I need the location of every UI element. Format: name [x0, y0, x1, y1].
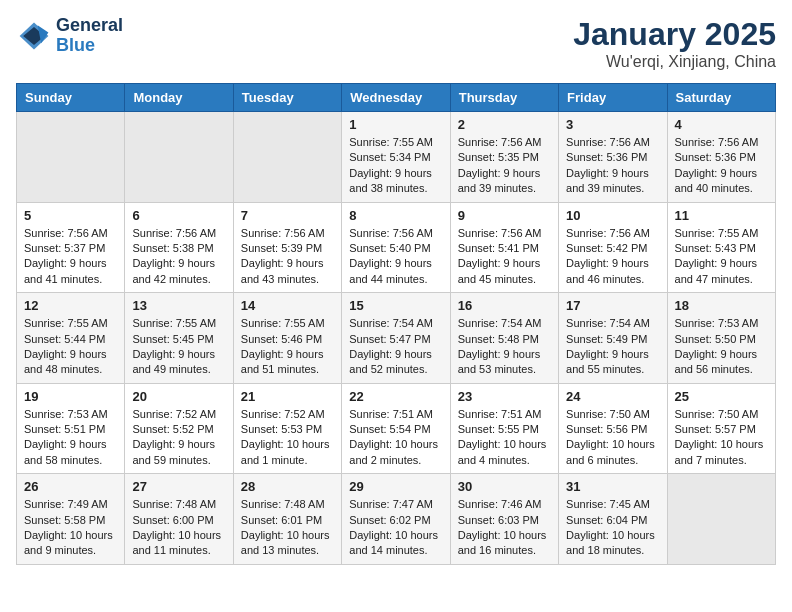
day-number: 11 [675, 208, 768, 223]
logo-line2: Blue [56, 36, 123, 56]
calendar-cell: 1Sunrise: 7:55 AM Sunset: 5:34 PM Daylig… [342, 112, 450, 203]
calendar-cell: 12Sunrise: 7:55 AM Sunset: 5:44 PM Dayli… [17, 293, 125, 384]
day-info: Sunrise: 7:56 AM Sunset: 5:36 PM Dayligh… [675, 135, 768, 197]
logo-line1: General [56, 16, 123, 36]
title-block: January 2025 Wu'erqi, Xinjiang, China [573, 16, 776, 71]
day-info: Sunrise: 7:48 AM Sunset: 6:00 PM Dayligh… [132, 497, 225, 559]
calendar-cell: 28Sunrise: 7:48 AM Sunset: 6:01 PM Dayli… [233, 474, 341, 565]
day-number: 17 [566, 298, 659, 313]
weekday-header: Monday [125, 84, 233, 112]
day-info: Sunrise: 7:56 AM Sunset: 5:40 PM Dayligh… [349, 226, 442, 288]
calendar-header: SundayMondayTuesdayWednesdayThursdayFrid… [17, 84, 776, 112]
calendar-cell: 14Sunrise: 7:55 AM Sunset: 5:46 PM Dayli… [233, 293, 341, 384]
calendar-cell: 23Sunrise: 7:51 AM Sunset: 5:55 PM Dayli… [450, 383, 558, 474]
day-number: 8 [349, 208, 442, 223]
day-info: Sunrise: 7:46 AM Sunset: 6:03 PM Dayligh… [458, 497, 551, 559]
calendar-cell: 16Sunrise: 7:54 AM Sunset: 5:48 PM Dayli… [450, 293, 558, 384]
calendar-cell: 13Sunrise: 7:55 AM Sunset: 5:45 PM Dayli… [125, 293, 233, 384]
logo: General Blue [16, 16, 123, 56]
day-number: 14 [241, 298, 334, 313]
day-info: Sunrise: 7:56 AM Sunset: 5:38 PM Dayligh… [132, 226, 225, 288]
day-number: 6 [132, 208, 225, 223]
day-number: 27 [132, 479, 225, 494]
day-info: Sunrise: 7:54 AM Sunset: 5:48 PM Dayligh… [458, 316, 551, 378]
day-number: 29 [349, 479, 442, 494]
day-number: 7 [241, 208, 334, 223]
day-number: 12 [24, 298, 117, 313]
calendar-cell: 8Sunrise: 7:56 AM Sunset: 5:40 PM Daylig… [342, 202, 450, 293]
day-info: Sunrise: 7:56 AM Sunset: 5:35 PM Dayligh… [458, 135, 551, 197]
day-number: 24 [566, 389, 659, 404]
calendar-cell [667, 474, 775, 565]
calendar-cell [17, 112, 125, 203]
weekday-header: Saturday [667, 84, 775, 112]
day-number: 31 [566, 479, 659, 494]
day-info: Sunrise: 7:56 AM Sunset: 5:37 PM Dayligh… [24, 226, 117, 288]
day-info: Sunrise: 7:55 AM Sunset: 5:34 PM Dayligh… [349, 135, 442, 197]
day-info: Sunrise: 7:53 AM Sunset: 5:51 PM Dayligh… [24, 407, 117, 469]
day-info: Sunrise: 7:55 AM Sunset: 5:43 PM Dayligh… [675, 226, 768, 288]
day-number: 13 [132, 298, 225, 313]
day-number: 19 [24, 389, 117, 404]
day-info: Sunrise: 7:51 AM Sunset: 5:55 PM Dayligh… [458, 407, 551, 469]
weekday-header: Sunday [17, 84, 125, 112]
calendar-cell: 15Sunrise: 7:54 AM Sunset: 5:47 PM Dayli… [342, 293, 450, 384]
day-info: Sunrise: 7:55 AM Sunset: 5:46 PM Dayligh… [241, 316, 334, 378]
day-number: 3 [566, 117, 659, 132]
day-number: 2 [458, 117, 551, 132]
calendar-table: SundayMondayTuesdayWednesdayThursdayFrid… [16, 83, 776, 565]
calendar-cell: 30Sunrise: 7:46 AM Sunset: 6:03 PM Dayli… [450, 474, 558, 565]
day-number: 30 [458, 479, 551, 494]
day-number: 15 [349, 298, 442, 313]
location: Wu'erqi, Xinjiang, China [573, 53, 776, 71]
day-info: Sunrise: 7:52 AM Sunset: 5:52 PM Dayligh… [132, 407, 225, 469]
calendar-cell: 27Sunrise: 7:48 AM Sunset: 6:00 PM Dayli… [125, 474, 233, 565]
day-number: 25 [675, 389, 768, 404]
calendar-cell: 29Sunrise: 7:47 AM Sunset: 6:02 PM Dayli… [342, 474, 450, 565]
calendar-cell: 24Sunrise: 7:50 AM Sunset: 5:56 PM Dayli… [559, 383, 667, 474]
day-number: 21 [241, 389, 334, 404]
calendar-cell: 3Sunrise: 7:56 AM Sunset: 5:36 PM Daylig… [559, 112, 667, 203]
calendar-cell: 22Sunrise: 7:51 AM Sunset: 5:54 PM Dayli… [342, 383, 450, 474]
calendar-week-row: 5Sunrise: 7:56 AM Sunset: 5:37 PM Daylig… [17, 202, 776, 293]
day-info: Sunrise: 7:55 AM Sunset: 5:45 PM Dayligh… [132, 316, 225, 378]
calendar-cell: 19Sunrise: 7:53 AM Sunset: 5:51 PM Dayli… [17, 383, 125, 474]
calendar-cell: 6Sunrise: 7:56 AM Sunset: 5:38 PM Daylig… [125, 202, 233, 293]
day-info: Sunrise: 7:56 AM Sunset: 5:42 PM Dayligh… [566, 226, 659, 288]
day-number: 16 [458, 298, 551, 313]
calendar-week-row: 12Sunrise: 7:55 AM Sunset: 5:44 PM Dayli… [17, 293, 776, 384]
weekday-header: Tuesday [233, 84, 341, 112]
page-header: General Blue January 2025 Wu'erqi, Xinji… [16, 16, 776, 71]
calendar-week-row: 1Sunrise: 7:55 AM Sunset: 5:34 PM Daylig… [17, 112, 776, 203]
day-number: 22 [349, 389, 442, 404]
weekday-header: Wednesday [342, 84, 450, 112]
day-info: Sunrise: 7:54 AM Sunset: 5:49 PM Dayligh… [566, 316, 659, 378]
logo-icon [16, 18, 52, 54]
calendar-week-row: 19Sunrise: 7:53 AM Sunset: 5:51 PM Dayli… [17, 383, 776, 474]
calendar-cell: 2Sunrise: 7:56 AM Sunset: 5:35 PM Daylig… [450, 112, 558, 203]
calendar-cell: 10Sunrise: 7:56 AM Sunset: 5:42 PM Dayli… [559, 202, 667, 293]
day-number: 10 [566, 208, 659, 223]
day-info: Sunrise: 7:56 AM Sunset: 5:41 PM Dayligh… [458, 226, 551, 288]
month-title: January 2025 [573, 16, 776, 53]
day-info: Sunrise: 7:53 AM Sunset: 5:50 PM Dayligh… [675, 316, 768, 378]
weekday-header: Thursday [450, 84, 558, 112]
weekday-header: Friday [559, 84, 667, 112]
calendar-cell: 26Sunrise: 7:49 AM Sunset: 5:58 PM Dayli… [17, 474, 125, 565]
day-info: Sunrise: 7:52 AM Sunset: 5:53 PM Dayligh… [241, 407, 334, 469]
day-number: 5 [24, 208, 117, 223]
weekday-row: SundayMondayTuesdayWednesdayThursdayFrid… [17, 84, 776, 112]
day-number: 23 [458, 389, 551, 404]
calendar-body: 1Sunrise: 7:55 AM Sunset: 5:34 PM Daylig… [17, 112, 776, 565]
day-info: Sunrise: 7:50 AM Sunset: 5:56 PM Dayligh… [566, 407, 659, 469]
calendar-cell: 11Sunrise: 7:55 AM Sunset: 5:43 PM Dayli… [667, 202, 775, 293]
day-info: Sunrise: 7:47 AM Sunset: 6:02 PM Dayligh… [349, 497, 442, 559]
calendar-cell: 31Sunrise: 7:45 AM Sunset: 6:04 PM Dayli… [559, 474, 667, 565]
day-info: Sunrise: 7:54 AM Sunset: 5:47 PM Dayligh… [349, 316, 442, 378]
day-info: Sunrise: 7:56 AM Sunset: 5:36 PM Dayligh… [566, 135, 659, 197]
day-info: Sunrise: 7:49 AM Sunset: 5:58 PM Dayligh… [24, 497, 117, 559]
day-info: Sunrise: 7:48 AM Sunset: 6:01 PM Dayligh… [241, 497, 334, 559]
calendar-cell: 21Sunrise: 7:52 AM Sunset: 5:53 PM Dayli… [233, 383, 341, 474]
day-number: 9 [458, 208, 551, 223]
day-number: 26 [24, 479, 117, 494]
